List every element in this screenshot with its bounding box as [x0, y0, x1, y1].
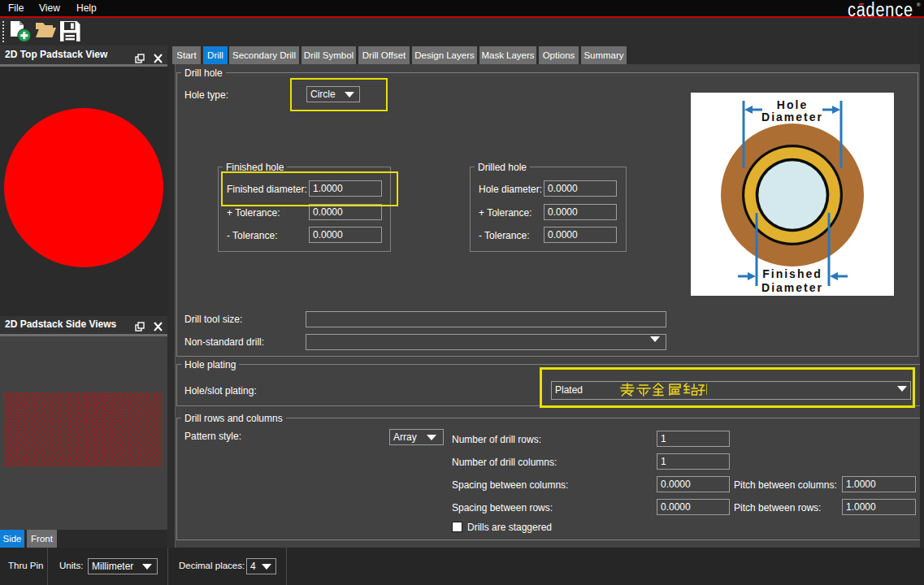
svg-text:Hole: Hole [777, 98, 808, 111]
svg-text:Finished: Finished [762, 267, 822, 280]
svg-text:Diameter: Diameter [761, 110, 823, 124]
svg-text:Diameter: Diameter [761, 281, 823, 294]
